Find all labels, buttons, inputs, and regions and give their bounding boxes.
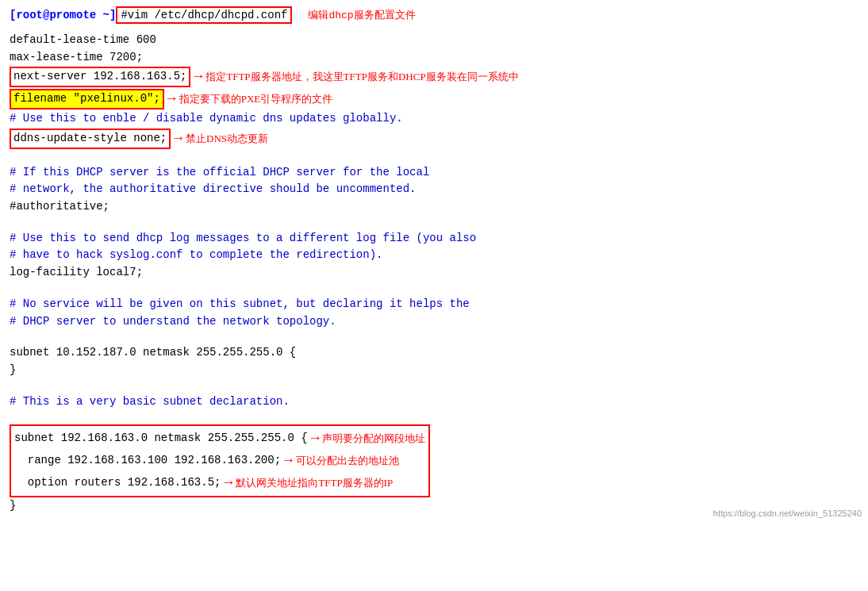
line-comment-dhcp-server: # DHCP server to understand the network …	[10, 313, 858, 331]
prompt-user: [root@promote ~]	[10, 9, 116, 21]
arrow-icon: →	[284, 450, 293, 472]
line-max-lease: max-lease-time 7200;	[10, 49, 858, 67]
arrow-icon: →	[224, 472, 232, 494]
subnet-192-text: subnet 192.168.163.0 netmask 255.255.255…	[14, 430, 308, 447]
line-comment-no-service: # No service will be given on this subne…	[10, 296, 858, 313]
subnet-192-block: subnet 192.168.163.0 netmask 255.255.255…	[10, 424, 430, 497]
line-authoritative: #authoritative;	[10, 198, 858, 216]
line-text: # Use this to enble / disable dynamic dn…	[10, 110, 403, 128]
line-log-facility: log-facility local7;	[10, 264, 858, 282]
arrow-icon: →	[174, 128, 182, 150]
arrow-icon: →	[167, 88, 176, 110]
line-close-brace: }	[10, 362, 858, 379]
line-text: # If this DHCP server is the official DH…	[10, 164, 429, 182]
arrow-icon: →	[311, 428, 320, 450]
line-text: max-lease-time 7200;	[10, 49, 143, 67]
empty-line	[10, 379, 858, 393]
range-text: range 192.168.163.100 192.168.163.200;	[14, 452, 281, 470]
line-comment-basic-subnet: # This is a very basic subnet declaratio…	[10, 393, 858, 411]
line-option-routers: option routers 192.168.163.5; → 默认网关地址指向…	[14, 472, 425, 494]
main-container: [root@promote ~] #vim /etc/dhcp/dhcpd.co…	[0, 0, 868, 521]
line-text: default-lease-time 600	[10, 32, 156, 49]
line-comment-official: # If this DHCP server is the official DH…	[10, 164, 858, 182]
empty-line	[10, 150, 858, 164]
line-next-server: next-server 192.168.163.5; → 指定TFTP服务器地址…	[10, 66, 858, 88]
line-text: # have to hack syslog.conf to complete t…	[10, 247, 382, 264]
filename-box: filename "pxelinux.0";	[10, 89, 164, 109]
line-text: #authoritative;	[10, 198, 109, 216]
line-text: # network, the authoritative directive s…	[10, 181, 416, 198]
prompt-annotation: 编辑dhcp服务配置文件	[308, 8, 415, 22]
ddns-annotation: 禁止DNS动态更新	[186, 131, 268, 147]
line-text: }	[10, 497, 16, 515]
empty-line	[10, 330, 858, 344]
code-block: default-lease-time 600 max-lease-time 72…	[10, 32, 858, 515]
prompt-line: [root@promote ~] #vim /etc/dhcp/dhcpd.co…	[10, 6, 858, 24]
line-text: subnet 10.152.187.0 netmask 255.255.255.…	[10, 344, 296, 362]
line-text: log-facility local7;	[10, 264, 143, 282]
range-annotation: 可以分配出去的地址池	[296, 453, 399, 469]
line-text: # Use this to send dhcp log messages to …	[10, 230, 476, 248]
empty-line	[10, 216, 858, 230]
empty-line	[10, 282, 858, 296]
line-ddns: ddns-update-style none; → 禁止DNS动态更新	[10, 128, 858, 150]
prompt-command: #vim /etc/dhcp/dhcpd.conf	[116, 6, 292, 24]
line-text: # DHCP server to understand the network …	[10, 313, 336, 331]
line-comment-dynamic-dns: # Use this to enble / disable dynamic dn…	[10, 110, 858, 128]
routers-annotation: 默认网关地址指向TFTP服务器的IP	[236, 475, 393, 491]
line-text: # This is a very basic subnet declaratio…	[10, 393, 290, 411]
next-server-annotation: 指定TFTP服务器地址，我这里TFTP服务和DHCP服务装在同一系统中	[205, 69, 518, 85]
line-comment-log1: # Use this to send dhcp log messages to …	[10, 230, 858, 248]
line-default-lease: default-lease-time 600	[10, 32, 858, 49]
empty-line	[10, 410, 858, 424]
next-server-box: next-server 192.168.163.5;	[10, 67, 190, 87]
filename-annotation: 指定要下载的PXE引导程序的文件	[179, 91, 333, 107]
line-subnet-192: subnet 192.168.163.0 netmask 255.255.255…	[14, 428, 425, 450]
watermark: https://blog.csdn.net/weixin_51325240	[713, 508, 862, 518]
routers-text: option routers 192.168.163.5;	[14, 474, 221, 492]
line-range: range 192.168.163.100 192.168.163.200; →…	[14, 450, 425, 472]
line-text: # No service will be given on this subne…	[10, 296, 470, 313]
subnet-192-annotation: 声明要分配的网段地址	[322, 431, 425, 447]
ddns-box: ddns-update-style none;	[10, 129, 171, 149]
line-subnet-10: subnet 10.152.187.0 netmask 255.255.255.…	[10, 344, 858, 362]
line-comment-network: # network, the authoritative directive s…	[10, 181, 858, 198]
line-comment-log2: # have to hack syslog.conf to complete t…	[10, 247, 858, 264]
arrow-icon: →	[194, 66, 202, 88]
line-text: }	[10, 362, 16, 379]
line-filename: filename "pxelinux.0"; → 指定要下载的PXE引导程序的文…	[10, 88, 858, 110]
